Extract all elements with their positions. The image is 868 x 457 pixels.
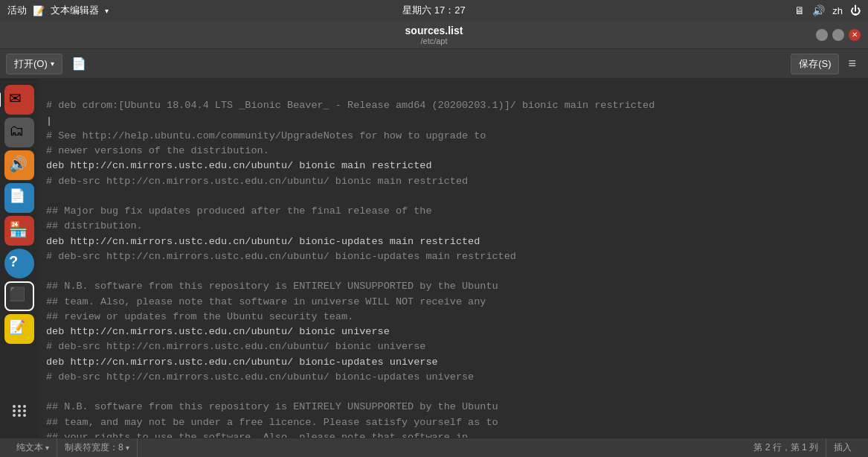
line-18: ## N.B. software from this repository is… (46, 401, 498, 412)
file-type-selector[interactable]: 纯文本 ▾ (9, 438, 57, 457)
tab-width-selector[interactable]: 制表符宽度：8 ▾ (57, 438, 138, 457)
status-bar: 纯文本 ▾ 制表符宽度：8 ▾ 第 2 行，第 1 列 插入 (0, 438, 868, 457)
sidebar-item-apps[interactable] (4, 396, 34, 426)
window-path: /etc/apt (405, 36, 463, 45)
app-menu-label[interactable]: 文本编辑器 (51, 4, 99, 17)
editor-area: ✉ 🗂 🔊 📄 🏪 ? ⬛ (0, 79, 868, 438)
mail-icon: ✉ (9, 89, 30, 110)
line-3: # See http://help.ubuntu.com/community/U… (46, 130, 486, 141)
save-button[interactable]: 保存(S) (791, 54, 839, 74)
title-bar-center: sources.list /etc/apt (405, 25, 463, 45)
line-4: # newer versions of the distribution. (46, 145, 269, 156)
documents-icon: 📄 (9, 188, 30, 208)
file-type-arrow: ▾ (45, 444, 49, 452)
line-1: # deb cdrom:[Ubuntu 18.04.4 LTS _Bionic … (46, 100, 655, 111)
system-clock: 星期六 17：27 (402, 4, 466, 17)
sidebar-item-mail[interactable]: ✉ (4, 85, 34, 115)
file-type-label: 纯文本 (16, 441, 43, 454)
open-dropdown-arrow: ▾ (51, 60, 54, 68)
notes-icon: 📝 (9, 319, 30, 339)
sidebar-item-software[interactable]: 🏪 (4, 216, 34, 246)
network-icon[interactable]: 🖥 (794, 4, 805, 16)
line-14: deb http://cn.mirrors.ustc.edu.cn/ubuntu… (46, 326, 390, 337)
sidebar-item-notes[interactable]: 📝 (4, 314, 34, 344)
line-8: ## distribution. (46, 220, 143, 231)
sound-icon: 🔊 (9, 155, 30, 176)
line-7: ## Major bug fix updates produced after … (46, 205, 431, 217)
line-19: ## team, and may not be under a free lic… (46, 417, 498, 428)
activities-button[interactable]: 活动 (7, 4, 27, 17)
system-bar: 活动 📝 文本编辑器 ▾ 星期六 17：27 🖥 🔊 zh ⏻ (0, 0, 868, 21)
hamburger-menu-button[interactable]: ≡ (842, 53, 862, 74)
insert-mode-label: 插入 (834, 441, 852, 454)
terminal-icon: ⬛ (9, 286, 30, 307)
volume-icon[interactable]: 🔊 (812, 4, 825, 16)
line-2: | (46, 115, 52, 127)
cursor-position: 第 2 行，第 1 列 (746, 438, 826, 457)
app-menu-icon: 📝 (33, 5, 45, 16)
line-16: deb http://cn.mirrors.ustc.edu.cn/ubuntu… (46, 357, 438, 368)
line-13: ## review or updates from the Ubuntu sec… (46, 311, 353, 322)
line-9: deb http://cn.mirrors.ustc.edu.cn/ubuntu… (46, 236, 480, 247)
sidebar-item-sound[interactable]: 🔊 (4, 150, 34, 180)
text-editor-content[interactable]: # deb cdrom:[Ubuntu 18.04.4 LTS _Bionic … (39, 79, 868, 438)
sidebar: ✉ 🗂 🔊 📄 🏪 ? ⬛ (0, 79, 39, 438)
recent-files-icon: 📄 (71, 57, 86, 70)
line-17: # deb-src http://cn.mirrors.ustc.edu.cn/… (46, 371, 474, 383)
line-20: ## your rights to use the software. Also… (46, 432, 468, 438)
sidebar-item-documents[interactable]: 📄 (4, 183, 34, 213)
cursor-position-label: 第 2 行，第 1 列 (753, 441, 818, 454)
app-menu-arrow: ▾ (105, 7, 109, 15)
sidebar-item-help[interactable]: ? (4, 249, 34, 278)
minimize-button[interactable] (816, 29, 828, 41)
open-button-label: 打开(O) (14, 57, 48, 71)
toolbar: 打开(O) ▾ 📄 保存(S) ≡ (0, 49, 868, 79)
sidebar-item-terminal[interactable]: ⬛ (4, 281, 34, 311)
line-6: # deb-src http://cn.mirrors.ustc.edu.cn/… (46, 176, 468, 187)
power-icon[interactable]: ⏻ (850, 4, 861, 16)
line-10: # deb-src http://cn.mirrors.ustc.edu.cn/… (46, 251, 516, 262)
line-11: ## N.B. software from this repository is… (46, 281, 498, 292)
apps-grid-icon (13, 405, 27, 417)
software-icon: 🏪 (9, 220, 30, 241)
open-button[interactable]: 打开(O) ▾ (6, 54, 62, 74)
tab-width-arrow: ▾ (126, 444, 129, 452)
insert-mode: 插入 (826, 438, 859, 457)
close-button[interactable]: ✕ (849, 29, 861, 41)
line-12: ## team. Also, please note that software… (46, 296, 486, 307)
sidebar-item-files[interactable]: 🗂 (4, 118, 34, 147)
line-15: # deb-src http://cn.mirrors.ustc.edu.cn/… (46, 341, 425, 352)
files-icon: 🗂 (9, 122, 30, 143)
line-5: deb http://cn.mirrors.ustc.edu.cn/ubuntu… (46, 160, 431, 171)
maximize-button[interactable] (832, 29, 844, 41)
main-window: sources.list /etc/apt ✕ 打开(O) ▾ 📄 保存(S) … (0, 21, 868, 457)
help-icon: ? (9, 253, 30, 274)
lang-indicator[interactable]: zh (832, 5, 843, 16)
system-tray: 🖥 🔊 zh ⏻ (794, 4, 861, 16)
recent-files-button[interactable]: 📄 (65, 54, 92, 74)
window-controls: ✕ (816, 29, 861, 41)
sidebar-bottom (4, 396, 34, 432)
window-filename: sources.list (405, 25, 463, 36)
title-bar: sources.list /etc/apt ✕ (0, 21, 868, 49)
tab-width-label: 制表符宽度：8 (65, 441, 123, 454)
hamburger-icon: ≡ (848, 56, 856, 71)
system-bar-left: 活动 📝 文本编辑器 ▾ (7, 4, 109, 17)
